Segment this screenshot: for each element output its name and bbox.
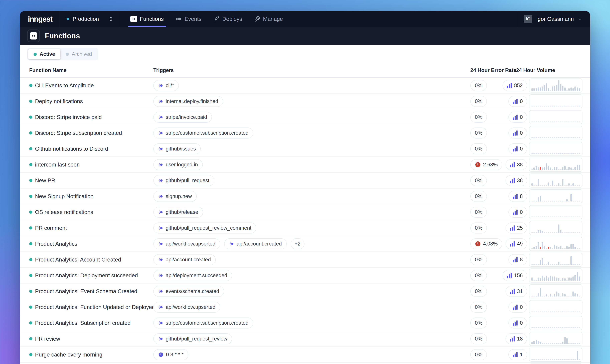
page-header: Functions (20, 27, 590, 45)
filter-active[interactable]: Active (28, 49, 60, 59)
table-row[interactable]: Purge cache every morning0 8 * * *0%1 (20, 347, 590, 363)
table-row[interactable]: Product Analytics: Account Createdapi/ac… (20, 252, 590, 268)
sparkline-bar (542, 343, 543, 344)
sparkline-bar (546, 83, 547, 91)
page-title: Functions (45, 32, 80, 40)
event-trigger-icon (158, 257, 163, 262)
error-rate-value: 0% (475, 336, 482, 342)
tab-deploys[interactable]: Deploys (207, 11, 248, 27)
sparkline-cell (527, 189, 584, 203)
volume-value: 1 (520, 352, 523, 358)
tab-functions[interactable]: Functions (124, 11, 170, 27)
sparkline-bar (579, 153, 580, 154)
sparkline-bar (542, 231, 543, 233)
sparkline-bar (568, 296, 570, 297)
error-rate-value: 0% (475, 320, 482, 326)
table-row[interactable]: Discord: Stripe invoice paidstripe/invoi… (20, 109, 590, 125)
function-name-cell: Deploy notifications (20, 98, 153, 104)
sparkline-bar (533, 280, 535, 281)
inngest-logo[interactable]: inngest (20, 11, 60, 27)
sparkline-bar (572, 232, 574, 233)
volume-badge: 38 (506, 159, 527, 170)
sparkline-bar (556, 85, 557, 91)
table-row[interactable]: intercom last seenuser.logged.in2.63%38 (20, 157, 590, 173)
sparkline-bar (560, 296, 561, 297)
filter-archived-label: Archived (72, 51, 92, 57)
volume-chart-icon (510, 162, 515, 167)
sparkline-bar (558, 247, 559, 249)
table-row[interactable]: CLI Events to Amplitudecli/*0%852 (20, 78, 590, 93)
table-row[interactable]: Product Analytics: Subscription createds… (20, 315, 590, 331)
volume-value: 0 (520, 304, 523, 310)
error-rate-cell: 0% (470, 302, 502, 313)
volume-value: 0 (520, 146, 523, 152)
sparkline-bar (540, 137, 541, 138)
sparkline-bar (548, 106, 549, 106)
volume-badge: 0 (508, 143, 527, 154)
sparkline-bar (556, 217, 557, 217)
sparkline-bar (568, 327, 570, 328)
table-row[interactable]: Discord: Stripe subscription createdstri… (20, 125, 590, 141)
table-row[interactable]: PR reviewgithub/pull_request_review0%18 (20, 331, 590, 347)
sparkline-bar (568, 247, 570, 249)
function-name: PR comment (35, 225, 67, 231)
sparkline-bar (564, 166, 566, 170)
error-rate-badge: 0% (470, 175, 487, 186)
sparkline-bar (546, 312, 547, 312)
error-rate-badge: 0% (470, 222, 487, 234)
sparkline-bar (538, 121, 539, 122)
error-rate-badge: 0% (470, 317, 487, 328)
sparkline-bar (558, 359, 559, 360)
table-row[interactable]: New PRgithub/pull_request0%38 (20, 173, 590, 188)
table-row[interactable]: OS release notificationsgithub/release0%… (20, 204, 590, 220)
sparkline-bar (577, 343, 578, 344)
sparkline-bar (570, 106, 572, 106)
event-trigger-icon (158, 130, 163, 135)
sparkline-bar (570, 217, 572, 217)
error-rate-badge: 0% (470, 286, 487, 297)
environment-select[interactable]: Production (60, 11, 120, 27)
user-name: Igor Gassmann (536, 16, 574, 22)
sparkline-bar (538, 88, 539, 91)
table-row[interactable]: Reset password email and reminderpasswor… (20, 363, 590, 364)
volume-chart-icon (510, 225, 515, 231)
error-rate-cell: 0% (470, 270, 502, 281)
status-dot (29, 195, 32, 198)
tab-manage[interactable]: Manage (248, 11, 289, 27)
error-rate-value: 0% (475, 178, 482, 183)
filter-archived[interactable]: Archived (60, 49, 97, 59)
sparkline-bar (566, 296, 568, 297)
sparkline-bar (550, 201, 551, 202)
sparkline-bar (560, 169, 561, 170)
sparkline-bar (574, 359, 576, 360)
table-row[interactable]: Product Analytics: Function Updated or D… (20, 299, 590, 315)
function-name-cell: Product Analytics: Event Schema Created (20, 288, 153, 295)
table-row[interactable]: New Signup Notificationsignup.new0%8 (20, 188, 590, 204)
sparkline-bar (533, 88, 535, 91)
table-row[interactable]: Deploy notificationsinternal.deploy.fini… (20, 93, 590, 109)
more-triggers-badge[interactable]: +2 (291, 238, 304, 249)
triggers-cell: api/deployment.succeeded (153, 270, 470, 281)
sparkline-bar (550, 185, 551, 186)
functions-page-icon (27, 29, 40, 42)
triggers-cell: api/workflow.upserted (153, 302, 470, 313)
user-menu[interactable]: IG Igor Gassmann (517, 11, 590, 27)
table-row[interactable]: Github notifications to Discordgithub/is… (20, 141, 590, 157)
sparkline-bar (531, 248, 533, 249)
table-row[interactable]: Product Analytics: Deployment succeededa… (20, 268, 590, 284)
status-dot (29, 131, 32, 134)
sparkline-bar (564, 327, 566, 328)
sparkline-cell (527, 237, 584, 251)
app-window: inngest Production Functions Events Depl… (20, 11, 590, 364)
sparkline-bar (572, 137, 574, 138)
table-row[interactable]: Product Analytics: Event Schema Createde… (20, 284, 590, 299)
sparkline-bar (566, 338, 568, 344)
column-triggers: Triggers (153, 67, 470, 73)
sparkline-bar (568, 277, 570, 281)
table-row[interactable]: Product Analyticsapi/workflow.upsertedap… (20, 236, 590, 252)
table-row[interactable]: PR commentgithub/pull_request_review_com… (20, 220, 590, 236)
function-name: intercom last seen (35, 161, 80, 168)
sparkline-bar (548, 359, 549, 360)
sparkline-bar (538, 106, 539, 106)
tab-events[interactable]: Events (170, 11, 207, 27)
